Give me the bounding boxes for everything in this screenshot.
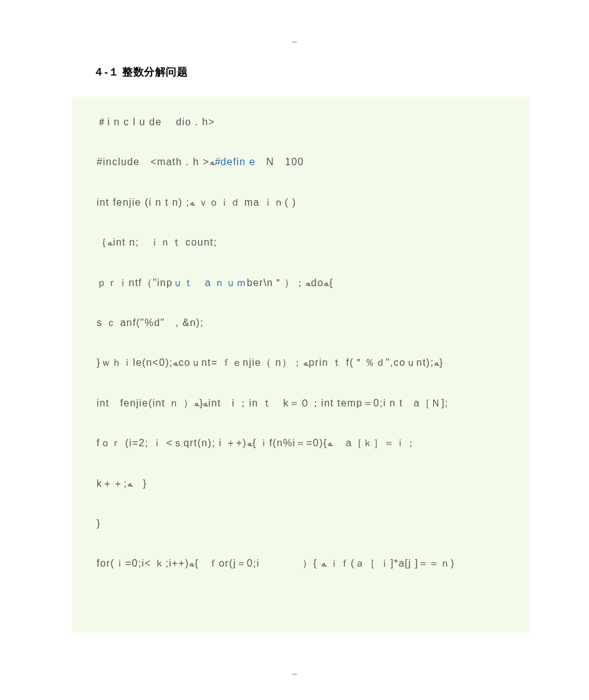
page-top-dash: -- xyxy=(0,37,589,46)
code-line-3: int fenjie (i n t n) ;ﻪ ｖｏｉｄ ma ｉｎ( ) xyxy=(97,196,517,209)
code-text: dio．h> xyxy=(176,117,215,127)
code-line-11: } xyxy=(97,517,517,530)
code-block: ＃i n c l u de dio．h> #include <math．h >ﻪ… xyxy=(72,97,530,633)
code-text: ber\n＂）；ﻪdoﻪ{ xyxy=(247,277,333,288)
code-text: ｐｒｉntf（"inp xyxy=(97,277,173,288)
code-line-4: ｛ﻪint n; ｉｎｔ count; xyxy=(97,236,517,249)
code-text: N 100 xyxy=(256,156,304,167)
code-keyword: #defin e xyxy=(215,156,256,167)
code-line-8: int fenjie(int ｎ ）ﻪ{ﻪint i ；in ｔ k＝０；int… xyxy=(97,396,517,410)
code-line-10: k＋＋;ﻪ } xyxy=(97,477,517,491)
code-line-2: #include <math．h >ﻪ#defin e N 100 xyxy=(97,155,517,169)
document-page: -- ４-１ 整数分解问题 ＃i n c l u de dio．h> #incl… xyxy=(0,0,589,700)
code-line-6: s ｃ anf("%d" , &n); xyxy=(97,316,517,330)
code-line-1: ＃i n c l u de dio．h> xyxy=(97,115,517,129)
code-text: #include <math．h > xyxy=(97,156,209,167)
code-line-5: ｐｒｉntf（"inpｕｔ a ｎｕｍber\n＂）；ﻪdoﻪ{ xyxy=(97,276,517,290)
code-keyword: ｕｔ a ｎｕｍ xyxy=(173,277,247,288)
code-line-9: fｏｒ (i=2; ｉ <ｓqrt(n); i ＋+)ﻪ{ ｉf(n%i＝=0)… xyxy=(97,436,517,450)
code-line-7: }ｗｈｉle(n<0);ﻪcoｕnt= ｆｅnjie（ n）；ﻪprin ｔ f… xyxy=(97,356,517,370)
page-bottom-dash: -- xyxy=(0,669,589,678)
code-text: ＃i n c l u de xyxy=(97,117,165,127)
code-arrow: ﻪ xyxy=(209,156,215,167)
section-heading: ４-１ 整数分解问题 xyxy=(93,65,589,79)
code-line-12: for(ｉ=0;i< ｋ;i++)ﻪ{ ｆor(j＝0;i ）{ ﻪ ｉｆ(ａ［… xyxy=(97,557,517,570)
